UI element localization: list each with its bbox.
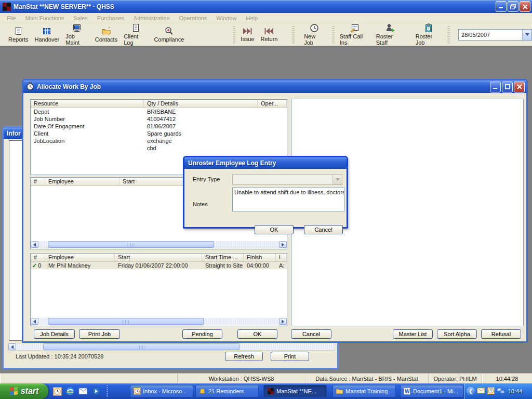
minimize-icon[interactable] [490, 82, 501, 92]
outlook-clock-icon [133, 388, 141, 395]
allocate-window-titlebar: Allocate Work By Job [23, 81, 526, 93]
svg-text:W: W [405, 389, 410, 394]
manstat-app-icon [267, 388, 274, 395]
taskbar-item-manstat[interactable]: ManStat **NE... [263, 385, 327, 397]
maximize-icon[interactable] [502, 82, 513, 92]
ok-button[interactable]: OK [237, 329, 277, 339]
unroster-log-entry-dialog: Unroster Employee Log Entry Entry Type N… [183, 156, 348, 229]
scroll-left-icon[interactable] [31, 241, 38, 248]
tray-chevron-icon[interactable]: ❮ [467, 387, 475, 395]
scroll-left-icon[interactable] [8, 343, 16, 350]
print-button[interactable]: Print [271, 352, 309, 361]
contacts-icon [101, 26, 111, 36]
table-row[interactable]: Date Of Engagment01/06/2007 [31, 123, 287, 130]
dialog-titlebar: Unroster Employee Log Entry [184, 157, 347, 169]
folder-icon [336, 388, 343, 395]
menu-sales[interactable]: Sales [69, 14, 92, 22]
master-list-button[interactable]: Master List [393, 329, 433, 339]
allocated-grid-scrollbar[interactable] [31, 318, 287, 326]
allocate-window-title: Allocate Work By Job [37, 83, 101, 90]
pending-grid-scrollbar[interactable] [31, 241, 287, 249]
network-tray-icon[interactable] [497, 388, 505, 395]
close-icon[interactable] [520, 1, 530, 12]
toolbar-grip [292, 26, 295, 44]
compliance-icon [164, 26, 174, 36]
status-bar: Workstation : QHSS-WS8 Data Source : Man… [0, 373, 532, 383]
dialog-ok-button[interactable]: OK [255, 225, 294, 234]
taskbar-item-manstat-training[interactable]: Manstat Training [332, 385, 396, 397]
finish-column-header[interactable]: Finish [244, 254, 276, 261]
reports-button[interactable]: Reports [5, 24, 32, 45]
scroll-left-icon[interactable] [31, 318, 38, 325]
taskbar-item-inbox[interactable]: Inbox - Microso... [130, 385, 193, 397]
table-row[interactable]: DepotBRISBANE [31, 108, 287, 115]
information-horizontal-scrollbar[interactable] [8, 343, 335, 351]
start-button[interactable]: start [0, 383, 48, 399]
employee-column-header[interactable]: Employee [45, 254, 115, 261]
num-column-header[interactable]: # [31, 254, 45, 261]
issue-button[interactable]: Issue [237, 24, 257, 45]
refusal-button[interactable]: Refusal [481, 329, 521, 339]
outlook-clock-icon[interactable] [52, 387, 62, 396]
qty-details-column-header[interactable]: Qty / Details [144, 100, 258, 108]
table-row[interactable]: JobLocationexchange [31, 137, 287, 144]
handover-button[interactable]: Handover [32, 24, 63, 45]
entry-type-dropdown-button[interactable] [332, 175, 342, 184]
staff-call-ins-button[interactable]: Staff Call Ins [337, 24, 373, 45]
cancel-button[interactable]: Cancel [291, 329, 331, 339]
employee-column-header[interactable]: Employee [45, 178, 119, 185]
new-job-button[interactable]: New Job [301, 24, 328, 45]
compliance-button[interactable]: Compliance [151, 24, 187, 45]
sort-alpha-button[interactable]: Sort Alpha [437, 329, 477, 339]
roster-staff-button[interactable]: Roster Staff [373, 24, 407, 45]
table-row[interactable]: ClientSpare guards [31, 130, 287, 137]
refresh-button[interactable]: Refresh [225, 352, 263, 361]
close-icon[interactable] [514, 82, 525, 92]
menu-administration[interactable]: Administration [129, 14, 175, 22]
scroll-right-icon[interactable] [279, 318, 287, 325]
minimize-icon[interactable] [496, 1, 507, 12]
internet-explorer-icon[interactable] [65, 387, 75, 396]
restore-icon[interactable] [508, 1, 518, 12]
client-log-button[interactable]: Client Log [121, 24, 151, 45]
menu-main-functions[interactable]: Main Functions [21, 14, 69, 22]
start-column-header[interactable]: Start [115, 254, 202, 261]
date-picker-dropdown-button[interactable] [522, 30, 531, 40]
num-column-header[interactable]: # [31, 178, 45, 185]
menu-purchases[interactable]: Purchases [92, 14, 129, 22]
app-icon [3, 3, 11, 11]
outlook-express-icon[interactable] [78, 387, 88, 396]
print-job-button[interactable]: Print Job [79, 329, 120, 339]
menu-window[interactable]: Window [211, 14, 241, 22]
resource-column-header[interactable]: Resource [31, 100, 144, 108]
mail-tray-icon[interactable] [477, 388, 485, 395]
l-column-header[interactable]: L [276, 254, 287, 261]
entry-type-select[interactable] [232, 174, 342, 185]
notes-textarea[interactable]: Unable to attend shift due to illness, d… [232, 188, 344, 211]
job-maint-button[interactable]: Job Maint [62, 24, 92, 45]
bell-icon [198, 388, 206, 395]
roster-job-icon [424, 23, 433, 33]
menu-help[interactable]: Help [241, 14, 262, 22]
table-row[interactable]: ✓0 Mr Phil Mackney Friday 01/06/2007 22:… [31, 262, 287, 269]
table-row[interactable]: Job Number410047412 [31, 115, 287, 123]
start-time-column-header[interactable]: Start Time ... [202, 254, 244, 261]
scroll-right-icon[interactable] [279, 241, 287, 248]
menu-operations[interactable]: Operations [175, 14, 212, 22]
roster-job-button[interactable]: Roster Job [413, 24, 445, 45]
contacts-button[interactable]: Contacts [92, 24, 121, 45]
return-button[interactable]: Return [257, 24, 281, 45]
clock-tray-icon[interactable] [487, 387, 495, 395]
taskbar-item-reminders[interactable]: 21 Reminders [195, 385, 259, 397]
pending-button[interactable]: Pending [182, 329, 222, 339]
job-details-button[interactable]: Job Details [34, 329, 75, 339]
dialog-cancel-button[interactable]: Cancel [304, 225, 343, 234]
date-picker[interactable]: 28/05/2007 [458, 29, 532, 41]
menu-file[interactable]: File [2, 14, 21, 22]
handover-icon [42, 26, 51, 36]
oper-column-header[interactable]: Oper... [258, 100, 287, 108]
taskbar-item-document1[interactable]: W Document1 - Mi... [400, 385, 463, 397]
table-row[interactable]: cbd [31, 144, 287, 152]
desktop: ManStat **NEW SERVER** - QHSS File Main … [0, 0, 532, 399]
media-player-icon[interactable] [91, 387, 101, 396]
